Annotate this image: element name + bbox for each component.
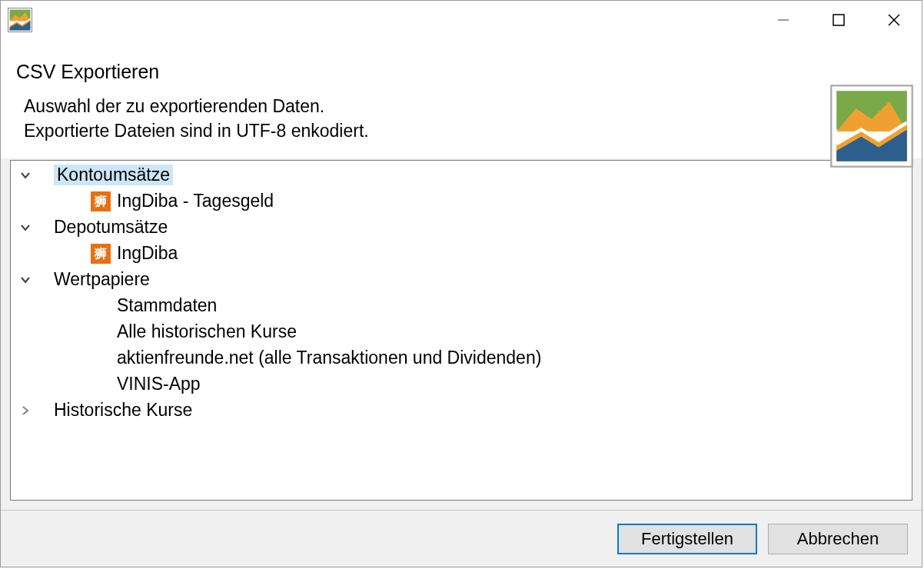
dialog-window: CSV Exportieren Auswahl der zu exportier… <box>0 0 922 567</box>
cancel-button[interactable]: Abbrechen <box>768 524 908 554</box>
minimize-button[interactable] <box>756 1 811 39</box>
dialog-title: CSV Exportieren <box>16 61 906 83</box>
finish-button[interactable]: Fertigstellen <box>617 524 757 554</box>
tree-row-label: Historische Kurse <box>54 400 192 421</box>
tree-row[interactable]: Kontoumsätze <box>11 162 912 188</box>
chevron-down-icon[interactable] <box>17 219 34 236</box>
chevron-right-icon[interactable] <box>17 402 34 419</box>
tree-row-label: IngDiba <box>117 243 178 264</box>
header-app-icon <box>829 84 914 168</box>
tree-row-label: VINIS-App <box>117 374 201 394</box>
close-button[interactable] <box>866 1 922 39</box>
tree-row[interactable]: aktienfreunde.net (alle Transaktionen un… <box>11 345 912 371</box>
tree-row[interactable]: VINIS-App <box>11 371 912 398</box>
dialog-content: Kontoumsätze狮IngDiba - TagesgeldDepotums… <box>1 158 922 510</box>
tree-row-label: Kontoumsätze <box>54 165 173 185</box>
tree-row[interactable]: Depotumsätze <box>11 215 912 241</box>
chevron-down-icon[interactable] <box>17 271 34 288</box>
tree-row[interactable]: 狮IngDiba - Tagesgeld <box>11 188 912 215</box>
button-bar: Fertigstellen Abbrechen <box>1 510 922 567</box>
tree-row[interactable]: Historische Kurse <box>11 398 912 424</box>
tree-row[interactable]: Wertpapiere <box>11 267 912 293</box>
maximize-button[interactable] <box>811 1 866 39</box>
svg-rect-6 <box>833 15 844 25</box>
tree-row-label: aktienfreunde.net (alle Transaktionen un… <box>117 348 541 368</box>
tree-row[interactable]: Alle historischen Kurse <box>11 319 912 345</box>
export-tree[interactable]: Kontoumsätze狮IngDiba - TagesgeldDepotums… <box>10 160 912 501</box>
tree-row[interactable]: Stammdaten <box>11 293 912 319</box>
chevron-down-icon[interactable] <box>17 167 34 184</box>
tree-row-label: IngDiba - Tagesgeld <box>117 191 274 211</box>
tree-row-label: Stammdaten <box>117 295 217 316</box>
titlebar <box>1 1 922 39</box>
tree-row-label: Depotumsätze <box>54 217 168 238</box>
tree-row-label: Wertpapiere <box>54 269 150 290</box>
tree-row-label: Alle historischen Kurse <box>117 321 297 342</box>
dialog-subtitle-1: Auswahl der zu exportierenden Daten. <box>24 95 906 118</box>
tree-row[interactable]: 狮IngDiba <box>11 241 912 267</box>
dialog-header: CSV Exportieren Auswahl der zu exportier… <box>1 39 922 158</box>
bank-ing-icon: 狮 <box>91 191 111 211</box>
dialog-subtitle-2: Exportierte Dateien sind in UTF-8 enkodi… <box>24 120 906 143</box>
app-icon <box>7 7 33 33</box>
bank-ing-icon: 狮 <box>91 244 111 264</box>
